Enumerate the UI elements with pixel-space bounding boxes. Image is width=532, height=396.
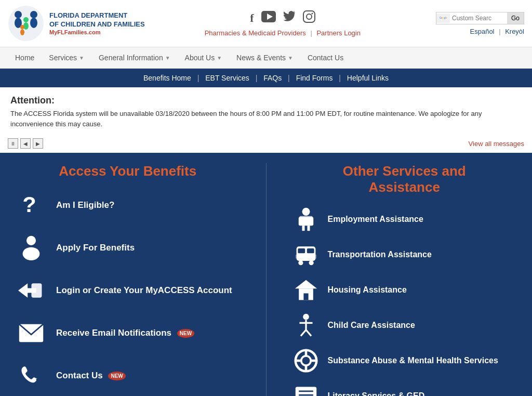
literacy-label: Literacy Services & GED: [328, 391, 425, 396]
email-notifications-item[interactable]: Receive Email Notifications NEW: [16, 318, 240, 349]
header: Florida Departmentof Children and Famili…: [0, 0, 532, 47]
instagram-icon[interactable]: [303, 10, 315, 26]
attention-text: The ACCESS Florida system will be unavai…: [10, 109, 522, 129]
email-icon: [16, 318, 47, 349]
apply-benefits-label: Apply For Benefits: [56, 243, 135, 253]
partners-link[interactable]: Partners Login: [316, 29, 361, 37]
search-bar: Google Go: [436, 12, 524, 24]
social-icons: f: [250, 10, 315, 26]
employment-item[interactable]: Employment Assistance: [292, 206, 517, 233]
svg-point-5: [23, 17, 29, 22]
main-content: Access Your Benefits ? Am I Eligible? Ap…: [0, 153, 532, 396]
view-all-messages-link[interactable]: View all messages: [469, 140, 524, 148]
svg-rect-29: [307, 226, 310, 231]
carousel-next-button[interactable]: ▶: [33, 138, 43, 149]
contact-new-badge: NEW: [108, 372, 125, 380]
carousel-buttons: ⏸ ◀ ▶: [8, 138, 43, 149]
access-benefits-title: Access Your Benefits: [16, 163, 240, 179]
header-center: f Pharmacies & Medicaid Providers | Part…: [145, 10, 420, 37]
search-go-button[interactable]: Go: [507, 12, 524, 24]
logo-text: Florida Departmentof Children and Famili…: [49, 11, 145, 35]
google-logo: Google: [440, 16, 447, 21]
search-label: Google: [436, 14, 450, 23]
news-events-arrow: ▼: [288, 55, 293, 61]
carousel-pause-button[interactable]: ⏸: [8, 138, 18, 149]
creole-link[interactable]: Kreyòl: [505, 28, 524, 35]
login-label: Login or Create Your MyACCESS Account: [56, 285, 232, 296]
email-new-badge: NEW: [177, 329, 194, 338]
svg-point-21: [26, 236, 36, 245]
spanish-link[interactable]: Español: [470, 28, 495, 35]
svg-rect-36: [295, 255, 316, 258]
bus-icon: [292, 241, 320, 268]
transportation-item[interactable]: Transportation Assistance: [292, 241, 517, 268]
svg-point-46: [301, 356, 310, 365]
svg-text:l: l: [445, 17, 446, 19]
login-icon: [16, 275, 47, 306]
general-info-arrow: ▼: [165, 55, 170, 61]
helpful-links-link[interactable]: Helpful Links: [347, 74, 389, 82]
search-input[interactable]: [450, 12, 507, 24]
attention-box: Attention: The ACCESS Florida system wil…: [0, 87, 532, 134]
book-icon: [292, 382, 320, 396]
svg-marker-37: [295, 280, 316, 289]
bar-sep-2: |: [256, 74, 258, 82]
facebook-icon[interactable]: f: [250, 11, 254, 25]
substance-abuse-item[interactable]: Substance Abuse & Mental Health Services: [292, 347, 517, 374]
employment-icon: [292, 206, 320, 233]
link-separator: |: [310, 29, 314, 37]
nav-news-events[interactable]: News & Events ▼: [229, 47, 300, 68]
header-right: Google Go Español | Kreyòl: [420, 12, 524, 35]
logo-image: [8, 5, 44, 42]
pharmacies-link[interactable]: Pharmacies & Medicaid Providers: [205, 29, 306, 37]
nav-contact-us[interactable]: Contact Us: [300, 47, 351, 68]
logo-title: Florida Departmentof Children and Famili…: [49, 11, 145, 29]
apply-benefits-item[interactable]: Apply For Benefits: [16, 232, 240, 263]
svg-point-26: [302, 208, 310, 216]
services-arrow: ▼: [79, 55, 84, 61]
eligible-item[interactable]: ? Am I Eligible?: [16, 190, 240, 221]
phone-icon: [16, 360, 47, 391]
svg-text:?: ?: [22, 192, 36, 217]
carousel-controls: ⏸ ◀ ▶ View all messages: [0, 134, 532, 153]
lifesaver-icon: [292, 347, 320, 374]
nav-services[interactable]: Services ▼: [42, 47, 91, 68]
child-care-label: Child Care Assistance: [328, 321, 415, 330]
svg-point-12: [307, 14, 312, 19]
svg-point-8: [20, 29, 24, 35]
svg-rect-55: [295, 387, 316, 390]
benefits-home-link[interactable]: Benefits Home: [143, 74, 191, 82]
carousel-prev-button[interactable]: ◀: [20, 138, 31, 149]
eligible-label: Am I Eligible?: [56, 200, 114, 210]
svg-point-6: [23, 22, 29, 30]
svg-rect-11: [303, 11, 315, 22]
email-notifications-label: Receive Email Notifications NEW: [56, 328, 194, 338]
login-item[interactable]: Login or Create Your MyACCESS Account: [16, 275, 240, 306]
svg-line-44: [306, 330, 311, 336]
nav-home[interactable]: Home: [8, 47, 42, 68]
housing-item[interactable]: Housing Assistance: [292, 276, 517, 303]
language-links: Español | Kreyòl: [470, 28, 524, 35]
svg-rect-32: [298, 248, 305, 253]
literacy-item[interactable]: Literacy Services & GED: [292, 382, 517, 396]
transportation-label: Transportation Assistance: [328, 250, 432, 259]
svg-rect-33: [307, 248, 314, 253]
nav-about-us[interactable]: About Us ▼: [178, 47, 230, 68]
child-icon: [292, 312, 320, 339]
svg-text:e: e: [446, 17, 447, 19]
faqs-link[interactable]: FAQs: [263, 74, 282, 82]
lang-separator: |: [499, 28, 502, 35]
nav-general-info[interactable]: General Information ▼: [91, 47, 178, 68]
twitter-icon[interactable]: [283, 11, 296, 25]
svg-point-4: [30, 18, 37, 28]
ebt-services-link[interactable]: EBT Services: [205, 74, 249, 82]
find-forms-link[interactable]: Find Forms: [296, 74, 333, 82]
contact-us-item[interactable]: Contact Us NEW: [16, 360, 240, 391]
other-services-panel: Other Services andAssistance Employment …: [292, 163, 517, 396]
substance-abuse-label: Substance Abuse & Mental Health Services: [328, 356, 498, 365]
housing-label: Housing Assistance: [328, 285, 407, 295]
svg-rect-28: [302, 226, 304, 231]
youtube-icon[interactable]: [261, 11, 276, 25]
svg-rect-30: [299, 216, 312, 218]
child-care-item[interactable]: Child Care Assistance: [292, 312, 517, 339]
